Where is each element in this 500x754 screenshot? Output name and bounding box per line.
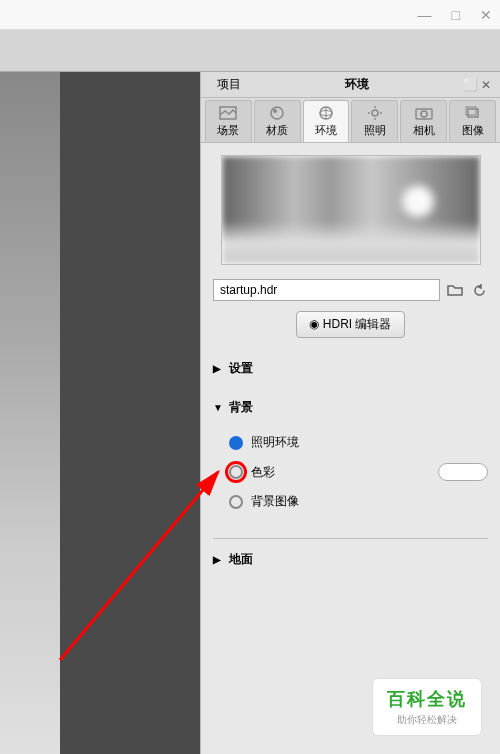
tab-lighting[interactable]: 照明 (351, 100, 398, 142)
panel-header: 项目 环境 ⬜ ✕ (201, 72, 500, 98)
panel-title: 环境 (251, 76, 462, 93)
tab-label: 材质 (266, 123, 288, 138)
close-window-button[interactable]: ✕ (480, 7, 492, 23)
section-settings: ▶ 设置 (213, 356, 488, 381)
tab-environment[interactable]: 环境 (303, 100, 350, 142)
project-tab[interactable]: 项目 (207, 74, 251, 95)
image-icon (463, 105, 483, 121)
panel-close-icon[interactable]: ✕ (478, 78, 494, 92)
tab-label: 图像 (462, 123, 484, 138)
tab-label: 照明 (364, 123, 386, 138)
sphere-icon: ◉ (309, 317, 322, 331)
tab-image[interactable]: 图像 (449, 100, 496, 142)
viewport[interactable] (0, 72, 200, 754)
hdri-filename-input[interactable] (213, 279, 440, 301)
hdri-editor-button[interactable]: ◉ HDRI 编辑器 (296, 311, 404, 338)
radio-lighting-env[interactable]: 照明环境 (229, 428, 488, 457)
section-ground: ▶ 地面 (213, 547, 488, 572)
tab-label: 场景 (217, 123, 239, 138)
folder-open-icon[interactable] (446, 281, 464, 299)
material-icon (267, 105, 287, 121)
svg-point-1 (271, 107, 283, 119)
tab-camera[interactable]: 相机 (400, 100, 447, 142)
radio-unselected-icon (229, 465, 243, 479)
svg-point-2 (273, 109, 277, 113)
svg-point-12 (421, 111, 427, 117)
window-titlebar: — □ ✕ (0, 0, 500, 30)
radio-label: 照明环境 (251, 434, 299, 451)
radio-unselected-icon (229, 495, 243, 509)
environment-icon (316, 105, 336, 121)
collapse-arrow-icon: ▶ (213, 363, 225, 374)
section-title: 设置 (229, 360, 253, 377)
radio-label: 色彩 (251, 464, 275, 481)
lighting-icon (365, 105, 385, 121)
camera-icon (414, 105, 434, 121)
properties-panel: 项目 环境 ⬜ ✕ 场景 材质 环境 (200, 72, 500, 754)
collapse-arrow-icon: ▶ (213, 554, 225, 565)
toolbar (0, 30, 500, 72)
svg-point-6 (372, 110, 378, 116)
panel-body: ◉ HDRI 编辑器 ▶ 设置 ▼ 背景 照明环境 (201, 143, 500, 754)
expand-arrow-icon: ▼ (213, 402, 225, 413)
panel-popout-icon[interactable]: ⬜ (462, 78, 478, 92)
section-background: ▼ 背景 照明环境 色彩 背景图像 (213, 395, 488, 524)
viewport-render-area (60, 72, 200, 754)
hdri-preview[interactable] (221, 155, 481, 265)
refresh-icon[interactable] (470, 281, 488, 299)
radio-color[interactable]: 色彩 (229, 457, 488, 487)
tab-scene[interactable]: 场景 (205, 100, 252, 142)
maximize-button[interactable]: □ (452, 7, 460, 23)
divider (213, 538, 488, 539)
section-title: 背景 (229, 399, 253, 416)
minimize-button[interactable]: — (418, 7, 432, 23)
section-ground-header[interactable]: ▶ 地面 (213, 547, 488, 572)
tab-row: 场景 材质 环境 照明 (201, 98, 500, 143)
color-swatch[interactable] (438, 463, 488, 481)
tab-label: 相机 (413, 123, 435, 138)
tab-label: 环境 (315, 123, 337, 138)
watermark-title: 百科全说 (387, 687, 467, 711)
section-title: 地面 (229, 551, 253, 568)
watermark: 百科全说 助你轻松解决 (372, 678, 482, 736)
radio-label: 背景图像 (251, 493, 299, 510)
watermark-subtitle: 助你轻松解决 (387, 713, 467, 727)
section-background-header[interactable]: ▼ 背景 (213, 395, 488, 420)
radio-bg-image[interactable]: 背景图像 (229, 487, 488, 516)
tab-material[interactable]: 材质 (254, 100, 301, 142)
section-settings-header[interactable]: ▶ 设置 (213, 356, 488, 381)
radio-selected-icon (229, 436, 243, 450)
scene-icon (218, 105, 238, 121)
